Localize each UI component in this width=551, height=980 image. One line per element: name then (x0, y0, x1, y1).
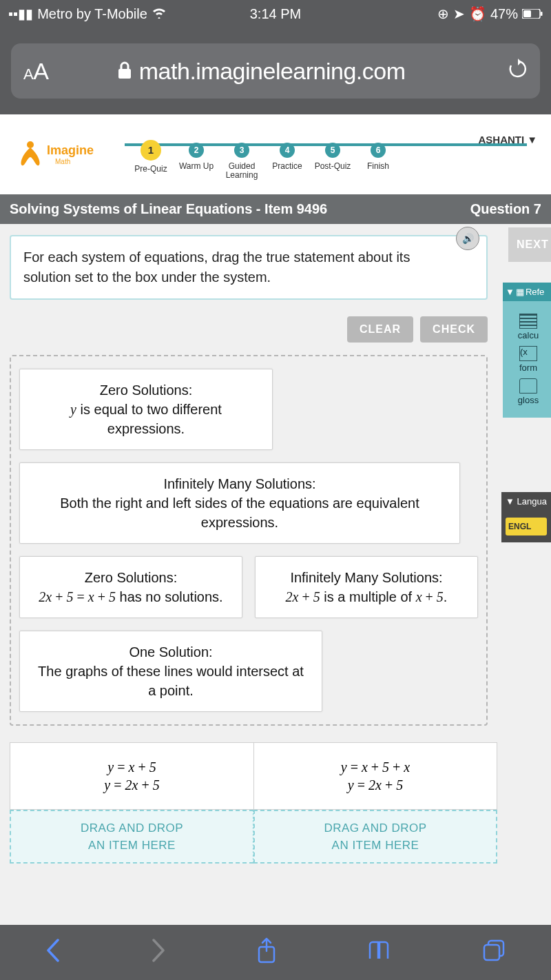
browser-url-bar-container: AA math.imaginelearning.com (0, 28, 551, 114)
glossary-icon (519, 378, 537, 394)
question-prompt: For each system of equations, drag the t… (10, 235, 488, 300)
svg-rect-7 (484, 945, 499, 960)
language-panel[interactable]: ▼ Langua ENGL (501, 492, 551, 542)
safari-toolbar (0, 925, 551, 980)
system-1-equations: y = x + 5 y = 2x + 5 (10, 742, 253, 810)
logo-icon (15, 138, 45, 171)
answer-card-infinite-equiv[interactable]: Infinitely Many Solutions: Both the righ… (19, 462, 460, 544)
step-pre-quiz[interactable]: 1Pre-Quiz (128, 143, 174, 174)
step-practice[interactable]: 4Practice (264, 143, 310, 171)
reload-icon[interactable] (508, 58, 528, 85)
logo-text-2: Math (55, 158, 94, 165)
ios-status-bar: ▪▪▮▮ Metro by T-Mobile 3:14 PM ⊕ ➤ ⏰ 47% (0, 0, 551, 28)
glossary-tool[interactable]: gloss (508, 378, 548, 405)
drop-targets: y = x + 5 y = 2x + 5 DRAG AND DROPAN ITE… (10, 742, 497, 864)
answer-card-one-solution[interactable]: One Solution: The graphs of these lines … (19, 631, 322, 712)
question-number: Question 7 (470, 201, 541, 217)
url-bar[interactable]: AA math.imaginelearning.com (11, 43, 540, 99)
svg-point-4 (27, 141, 34, 148)
clock: 3:14 PM (0, 6, 551, 22)
answer-card-infinite-multiple[interactable]: Infinitely Many Solutions: 2x + 5 is a m… (255, 556, 478, 618)
answer-card-zero-y[interactable]: Zero Solutions: y is equal to two differ… (19, 369, 273, 450)
topic-title: Solving Systems of Linear Equations - It… (10, 201, 327, 217)
drop-zone-2[interactable]: DRAG AND DROPAN ITEM HERE (253, 810, 497, 864)
system-2-equations: y = x + 5 + x y = 2x + 5 (253, 742, 497, 810)
chevron-down-icon: ▼ (506, 496, 514, 507)
lock-icon (117, 58, 132, 85)
next-button[interactable]: NEXT (508, 227, 551, 262)
logo-text-1: Imagine (47, 143, 94, 158)
formula-icon: (x (519, 346, 537, 361)
calculator-icon (519, 314, 537, 329)
answer-card-zero-2x5[interactable]: Zero Solutions: 2x + 5 = x + 5 has no so… (19, 556, 242, 618)
app-header: Imagine Math 1Pre-Quiz 2Warm Up 3Guided … (0, 114, 551, 194)
back-button[interactable] (45, 939, 61, 967)
next-button-container: NEXT (508, 227, 551, 262)
svg-rect-3 (118, 69, 131, 79)
reference-panel[interactable]: ▼ ▦Refe calcu (xform gloss (503, 283, 551, 418)
step-warm-up[interactable]: 2Warm Up (174, 143, 219, 171)
topic-bar: Solving Systems of Linear Equations - It… (0, 194, 551, 224)
calculator-tool[interactable]: calcu (508, 314, 548, 340)
share-button[interactable] (256, 937, 277, 968)
forward-button (151, 939, 166, 967)
step-post-quiz[interactable]: 5Post-Quiz (310, 143, 355, 171)
audio-button[interactable]: 🔊 (456, 227, 479, 250)
step-finish[interactable]: 6Finish (355, 143, 401, 171)
url-text: math.imaginelearning.com (139, 58, 406, 85)
tabs-button[interactable] (482, 939, 506, 967)
drop-zone-1[interactable]: DRAG AND DROPAN ITEM HERE (10, 810, 253, 864)
step-guided-learning[interactable]: 3Guided Learning (219, 143, 264, 180)
clear-button[interactable]: CLEAR (347, 316, 413, 343)
speaker-icon: 🔊 (462, 232, 474, 245)
calculator-mini-icon: ▦ (516, 287, 524, 297)
english-button[interactable]: ENGL (506, 518, 547, 535)
drag-source-area: Zero Solutions: y is equal to two differ… (10, 355, 488, 726)
question-area: For each system of equations, drag the t… (0, 224, 551, 864)
imagine-math-logo[interactable]: Imagine Math (15, 138, 94, 171)
check-button[interactable]: CHECK (420, 316, 488, 343)
progress-stepper: 1Pre-Quiz 2Warm Up 3Guided Learning 4Pra… (128, 143, 551, 180)
chevron-down-icon: ▼ (506, 287, 514, 297)
formula-tool[interactable]: (xform (508, 346, 548, 373)
bookmarks-button[interactable] (367, 941, 392, 965)
chevron-down-icon: ▼ (527, 134, 537, 145)
